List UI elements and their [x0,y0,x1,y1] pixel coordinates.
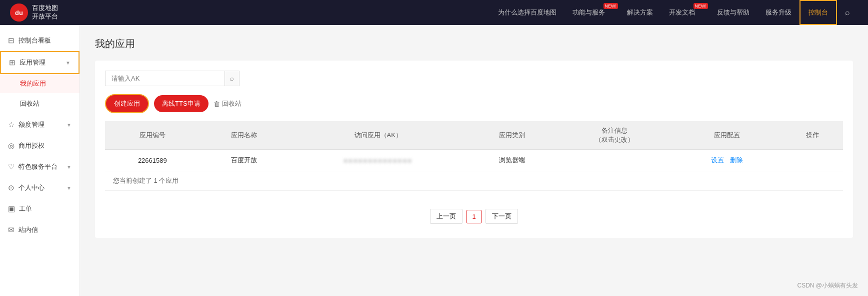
nav-item-features[interactable]: 功能与服务 NEW! [564,0,619,25]
nav-item-console[interactable]: 控制台 [800,0,837,25]
create-app-button[interactable]: 创建应用 [105,94,149,113]
cell-type: 浏览器端 [468,150,556,171]
cell-ak: ●●●●●●●●●●●●●● [288,150,468,171]
page-layout: ⊟ 控制台看板 ⊞ 应用管理 ▼ 我的应用 回收站 ☆ 额度管理 ▼ ◎ 商用授… [0,25,868,296]
action-bar: 创建应用 离线TTS申请 🗑 回收站 [105,94,843,113]
sidebar-item-dashboard[interactable]: ⊟ 控制台看板 [0,30,80,51]
logo-icon: du [10,4,28,22]
sidebar-label-message: 站内信 [18,225,38,234]
content-card: ⌕ 创建应用 离线TTS申请 🗑 回收站 应用编号 应用名称 访问应用（AK） [95,61,853,238]
search-button[interactable]: ⌕ [225,71,240,86]
chevron-down-icon-profile: ▼ [66,185,72,191]
nav-item-why[interactable]: 为什么选择百度地图 [490,0,564,25]
search-icon[interactable]: ⌕ [837,8,858,17]
sidebar-label-special: 特色服务平台 [18,162,58,171]
top-navigation: du 百度地图 开放平台 为什么选择百度地图 功能与服务 NEW! 解决方案 开… [0,0,868,25]
cell-notes[interactable] [556,150,672,171]
app-mgmt-icon: ⊞ [9,58,16,67]
col-header-name: 应用名称 [200,121,288,150]
nav-links: 为什么选择百度地图 功能与服务 NEW! 解决方案 开发文档 NEW! 反馈与帮… [490,0,858,25]
chevron-down-icon-special: ▼ [66,164,72,170]
chevron-down-icon: ▼ [66,60,70,66]
ak-value: ●●●●●●●●●●●●●● [344,157,412,164]
next-page-button[interactable]: 下一页 [486,209,518,224]
sidebar-item-special[interactable]: ♡ 特色服务平台 ▼ [0,156,80,177]
col-header-id: 应用编号 [105,121,200,150]
recycle-icon: 🗑 [214,100,220,108]
cell-action [782,150,843,171]
col-header-config: 应用配置 [672,121,782,150]
cell-app-id: 22661589 [105,150,200,171]
sidebar-item-profile[interactable]: ⊙ 个人中心 ▼ [0,177,80,198]
prev-page-button[interactable]: 上一页 [430,209,462,224]
dashboard-icon: ⊟ [8,36,14,45]
offline-tts-button[interactable]: 离线TTS申请 [154,95,208,112]
sidebar-label-recycle: 回收站 [20,99,40,108]
message-icon: ✉ [8,225,14,234]
search-bar: ⌕ [105,71,843,86]
auth-icon: ◎ [8,141,14,150]
workorder-icon: ▣ [8,204,15,213]
page-title: 我的应用 [95,37,853,51]
col-header-notes: 备注信息（双击更改） [556,121,672,150]
col-header-ak: 访问应用（AK） [288,121,468,150]
new-badge-features: NEW! [604,3,618,9]
table-header: 应用编号 应用名称 访问应用（AK） 应用类别 备注信息（双击更改） 应用配置 … [105,121,843,150]
sidebar-item-my-apps[interactable]: 我的应用 [0,74,80,93]
nav-item-docs[interactable]: 开发文档 NEW! [661,0,709,25]
table-body: 22661589 百度开放 ●●●●●●●●●●●●●● 浏览器端 设置 删除 [105,150,843,191]
recycle-bin-button[interactable]: 🗑 回收站 [214,99,242,108]
config-delete-link[interactable]: 删除 [730,156,743,164]
sidebar-label-dashboard: 控制台看板 [18,36,51,45]
sidebar-item-auth[interactable]: ◎ 商用授权 [0,135,80,156]
chevron-down-icon-quota: ▼ [66,122,72,128]
current-page: 1 [466,210,481,223]
logo-full-text: 百度地图 开放平台 [32,4,58,21]
sidebar-label-my-apps: 我的应用 [20,80,46,87]
sidebar-item-workorder[interactable]: ▣ 工单 [0,198,80,219]
app-summary: 您当前创建了 1 个应用 [113,173,178,188]
sidebar-item-quota[interactable]: ☆ 额度管理 ▼ [0,114,80,135]
pagination: 上一页 1 下一页 [105,199,843,228]
sidebar-label-workorder: 工单 [19,204,32,213]
sidebar: ⊟ 控制台看板 ⊞ 应用管理 ▼ 我的应用 回收站 ☆ 额度管理 ▼ ◎ 商用授… [0,25,80,296]
table-summary-row: 您当前创建了 1 个应用 [105,171,843,191]
app-table: 应用编号 应用名称 访问应用（AK） 应用类别 备注信息（双击更改） 应用配置 … [105,121,843,191]
table-row: 22661589 百度开放 ●●●●●●●●●●●●●● 浏览器端 设置 删除 [105,150,843,171]
profile-icon: ⊙ [8,183,14,192]
sidebar-label-auth: 商用授权 [18,141,44,150]
col-header-type: 应用类别 [468,121,556,150]
quota-icon: ☆ [8,120,14,129]
new-badge-docs: NEW! [694,3,708,9]
col-header-action: 操作 [782,121,843,150]
sidebar-item-app-mgmt[interactable]: ⊞ 应用管理 ▼ [0,51,80,74]
sidebar-label-app-mgmt: 应用管理 [20,58,46,67]
search-input[interactable] [105,71,225,86]
logo-area: du 百度地图 开放平台 [10,4,58,22]
special-icon: ♡ [8,162,14,171]
logo-text: du [15,9,23,17]
nav-item-solutions[interactable]: 解决方案 [619,0,661,25]
sidebar-item-recycle[interactable]: 回收站 [0,93,80,114]
cell-config: 设置 删除 [672,150,782,171]
cell-app-name: 百度开放 [200,150,288,171]
sidebar-label-profile: 个人中心 [18,183,44,192]
main-content: 我的应用 ⌕ 创建应用 离线TTS申请 🗑 回收站 应用编号 [80,25,868,296]
sidebar-item-message[interactable]: ✉ 站内信 [0,219,80,240]
nav-item-feedback[interactable]: 反馈与帮助 [709,0,758,25]
config-settings-link[interactable]: 设置 [711,156,724,164]
sidebar-label-quota: 额度管理 [18,120,44,129]
logo-line1: 百度地图 [32,4,58,13]
logo-line2: 开放平台 [32,13,58,21]
nav-item-upgrade[interactable]: 服务升级 [758,0,800,25]
watermark: CSDN @小蜗蜗有头发 [797,281,858,290]
